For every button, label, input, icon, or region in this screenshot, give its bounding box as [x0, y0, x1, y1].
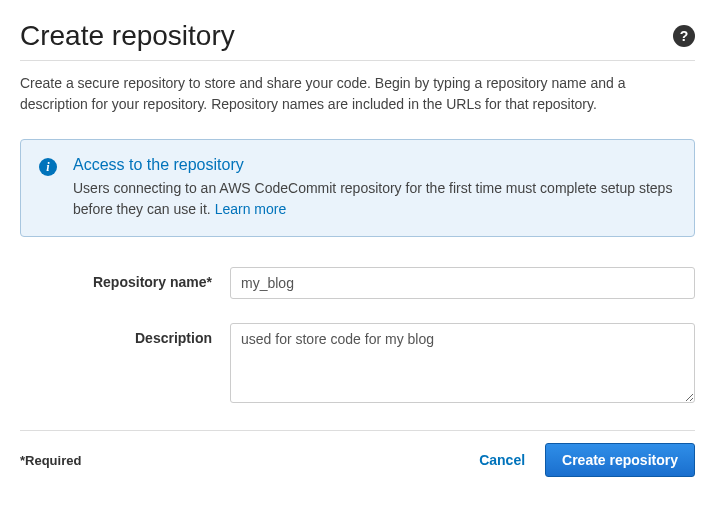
info-box-text: Users connecting to an AWS CodeCommit re… — [73, 180, 672, 217]
create-repository-button[interactable]: Create repository — [545, 443, 695, 477]
info-box-body: Users connecting to an AWS CodeCommit re… — [73, 178, 676, 220]
repo-name-label: Repository name* — [20, 267, 230, 290]
learn-more-link[interactable]: Learn more — [215, 201, 287, 217]
page-intro: Create a secure repository to store and … — [20, 73, 695, 115]
help-icon[interactable]: ? — [673, 25, 695, 47]
description-label: Description — [20, 323, 230, 346]
info-box-title: Access to the repository — [73, 156, 676, 174]
cancel-button[interactable]: Cancel — [479, 452, 525, 468]
required-note: *Required — [20, 453, 81, 468]
description-textarea[interactable]: used for store code for my blog — [230, 323, 695, 403]
info-box: i Access to the repository Users connect… — [20, 139, 695, 237]
info-icon: i — [39, 158, 57, 176]
page-title: Create repository — [20, 20, 235, 52]
repo-name-input[interactable] — [230, 267, 695, 299]
